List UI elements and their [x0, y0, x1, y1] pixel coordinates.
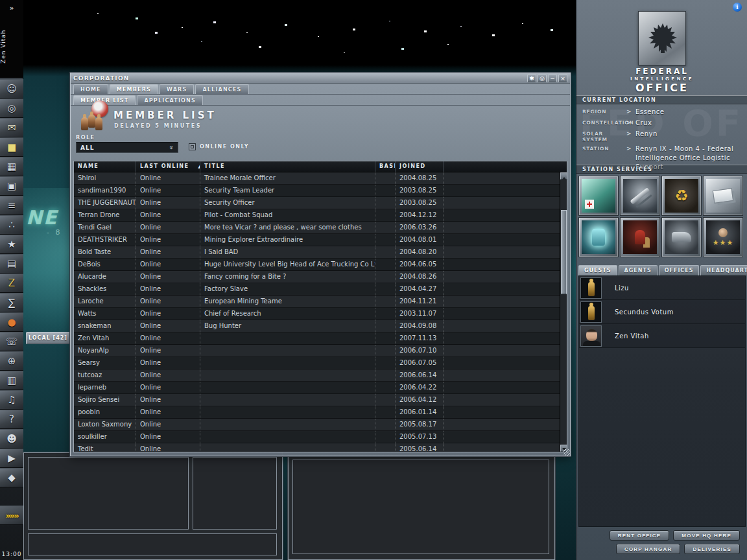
wallet-icon[interactable]: Z	[0, 274, 23, 293]
people-and-places-icon[interactable]: ◎	[0, 99, 23, 118]
cell-name: DeBois	[74, 259, 136, 270]
table-row[interactable]: tutcoazOnline2006.06.14	[74, 369, 560, 382]
online-only-filter[interactable]: ONLINE ONLY	[189, 143, 249, 150]
market-icon[interactable]: ∑	[0, 293, 23, 312]
column-header-base[interactable]: BASE	[375, 161, 396, 172]
table-row[interactable]: Loxton SaxmonyOnline2005.08.17	[74, 419, 560, 431]
rent-office-button[interactable]: RENT OFFICE	[610, 530, 670, 541]
notepad-icon[interactable]: ■	[0, 137, 23, 157]
journal-icon[interactable]: ▥	[0, 371, 23, 390]
table-row[interactable]: NoyanAlpOnline2006.07.10	[74, 345, 560, 357]
bounty-service-icon[interactable]	[703, 176, 743, 216]
column-header-joined[interactable]: JOINED	[396, 161, 444, 172]
minimize-icon[interactable]: −	[548, 75, 557, 82]
evemail-icon[interactable]: ✉	[0, 118, 23, 137]
standings-icon[interactable]: ★	[0, 235, 23, 254]
local-chat-tab[interactable]: LOCAL [42]	[26, 332, 70, 344]
aura-help-icon[interactable]: ?	[0, 410, 23, 429]
cell-joined: 2006.03.26	[396, 222, 444, 233]
tab-alliances[interactable]: ALLIANCES	[195, 84, 248, 94]
table-row[interactable]: ShiroiOnlineTrainee Morale Officer2004.0…	[74, 172, 560, 185]
items-icon[interactable]: ▦	[0, 157, 23, 176]
table-row[interactable]: LarocheOnlineEuropean Mining Teame2004.1…	[74, 296, 560, 308]
neocom-expand-icon[interactable]: »	[0, 0, 23, 12]
fitting-service-icon[interactable]	[578, 217, 619, 257]
window-titlebar[interactable]: CORPORATION ✱ ◎ − ×	[71, 73, 570, 84]
scrollbar[interactable]	[560, 172, 567, 452]
column-header-name[interactable]: NAME	[74, 161, 136, 172]
table-row[interactable]: Tendi GaelOnlineMore tea Vicar ? and ple…	[74, 222, 560, 234]
reprocessing-service-icon[interactable]: ♻	[661, 176, 702, 216]
opacity-icon[interactable]: ◎	[538, 75, 547, 82]
table-row[interactable]: Sojiro SenseiOnline2006.04.12	[74, 394, 560, 406]
repairshop-service-icon[interactable]	[620, 176, 660, 216]
help-icon[interactable]: ●	[0, 312, 23, 332]
column-header-title[interactable]: TITLE	[200, 161, 375, 172]
jukebox-icon[interactable]: ♫	[0, 390, 23, 410]
location-value[interactable]: Renyn	[635, 130, 743, 143]
tab-home[interactable]: HOME	[73, 84, 108, 94]
table-row[interactable]: DEATHSTRIKEROnlineMining Explorer Extrao…	[74, 234, 560, 246]
table-row[interactable]: SearsyOnline2006.07.05	[74, 357, 560, 369]
medical-service-icon[interactable]	[578, 176, 619, 216]
guest-row[interactable]: Secundus Votum	[579, 300, 745, 324]
table-row[interactable]: poobinOnline2006.01.14	[74, 406, 560, 419]
scroll-up-icon[interactable]	[560, 172, 567, 180]
resize-grip[interactable]	[563, 449, 570, 456]
location-value[interactable]: Crux	[635, 119, 743, 128]
table-row[interactable]: TeditOnline2005.06.14	[74, 443, 560, 452]
clock: 13:00	[0, 551, 23, 557]
ship-hangar-icon[interactable]: ▶	[0, 449, 23, 468]
location-value[interactable]: Essence	[635, 108, 743, 117]
station-monitor-icon[interactable]: ▣	[0, 176, 23, 196]
pin-icon[interactable]: ✱	[527, 75, 536, 82]
insurance-service-icon[interactable]	[620, 217, 660, 257]
cell-base	[375, 185, 396, 196]
character-customization-icon[interactable]: ☻	[0, 429, 23, 449]
cell-title	[200, 382, 375, 393]
tab-agents[interactable]: AGENTS	[619, 265, 658, 275]
subtab-applications[interactable]: APPLICATIONS	[137, 95, 203, 105]
fleet-icon[interactable]: ∴	[0, 215, 23, 235]
close-icon[interactable]: ×	[558, 75, 567, 82]
tab-headquarters[interactable]: HEADQUARTERS	[700, 265, 747, 275]
move-hq-here-button[interactable]: MOVE HQ HERE	[673, 530, 740, 541]
channels-icon[interactable]: ☏	[0, 332, 23, 351]
table-row[interactable]: DeBoisOnlineHuge University Level Big He…	[74, 259, 560, 271]
autopilot-icon[interactable]: »»»	[0, 506, 23, 525]
table-row[interactable]: leparnebOnline2006.04.22	[74, 382, 560, 394]
table-row[interactable]: Terran DroneOnlinePilot - Combat Squad20…	[74, 209, 560, 222]
table-row[interactable]: AlucardeOnlineFancy coming for a Bite ?2…	[74, 271, 560, 283]
role-label: ROLE	[76, 135, 95, 141]
factory-service-icon[interactable]	[661, 217, 702, 257]
tab-wars[interactable]: WARS	[160, 84, 194, 94]
table-row[interactable]: WattsOnlineChief of Research2003.11.07	[74, 308, 560, 320]
table-row[interactable]: sandiman1990OnlineSecurity Team Leader20…	[74, 185, 560, 197]
news-icon[interactable]: ≡	[0, 196, 23, 215]
table-row[interactable]: soulkillerOnline2005.07.13	[74, 431, 560, 443]
table-row[interactable]: Zen VitahOnline2007.11.13	[74, 332, 560, 345]
tab-offices[interactable]: OFFICES	[659, 265, 700, 275]
corp-hangar-button[interactable]: CORP HANGAR	[616, 544, 681, 554]
column-header-last-online[interactable]: LAST ONLINE▲	[136, 161, 200, 172]
guest-row[interactable]: Lizu	[579, 276, 745, 300]
info-icon[interactable]: i	[733, 3, 742, 12]
table-row[interactable]: THE JUGGERNAUTOnlineSecurity Officer2003…	[74, 197, 560, 209]
role-dropdown[interactable]: ALL »	[76, 142, 178, 153]
character-sheet-icon[interactable]: ☺	[0, 79, 23, 99]
table-row[interactable]: Bold TasteOnlineI Said BAD2004.08.20	[74, 246, 560, 259]
insurance-icon[interactable]: ◆	[0, 468, 23, 487]
navy-service-icon[interactable]: ★★★	[703, 217, 743, 257]
guest-row[interactable]: Zen Vitah	[579, 324, 745, 348]
online-only-checkbox[interactable]	[189, 143, 196, 150]
table-row[interactable]: ShacklesOnlineFactory Slave2004.04.27	[74, 283, 560, 296]
browser-icon[interactable]: ⊕	[0, 351, 23, 371]
assets-icon[interactable]: ▤	[0, 254, 23, 274]
table-row[interactable]: snakemanOnlineBug Hunter2004.09.08	[74, 320, 560, 332]
scrollbar-thumb[interactable]	[561, 210, 567, 294]
chevron-right-icon: >	[626, 119, 635, 128]
tab-guests[interactable]: GUESTS	[578, 265, 617, 275]
station-corp-logo[interactable]	[638, 11, 686, 65]
deliveries-button[interactable]: DELIVERIES	[684, 544, 740, 554]
tab-members[interactable]: MEMBERS	[110, 84, 158, 94]
